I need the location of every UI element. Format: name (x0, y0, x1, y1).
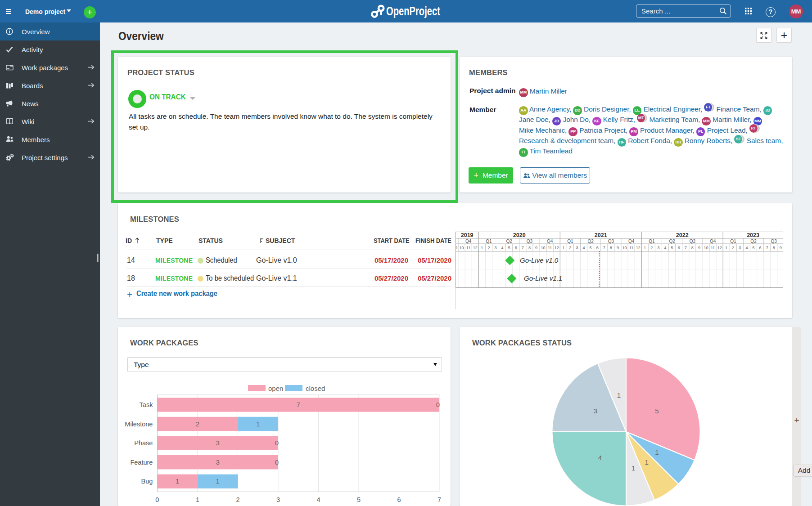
svg-text:8: 8 (528, 246, 531, 250)
svg-text:12: 12 (473, 246, 478, 250)
svg-text:1: 1 (256, 420, 260, 428)
svg-text:6: 6 (596, 246, 599, 250)
svg-text:Q4: Q4 (465, 239, 472, 244)
svg-text:Task: Task (140, 401, 153, 408)
svg-text:Q4: Q4 (628, 239, 635, 244)
svg-text:Q1: Q1 (567, 239, 573, 244)
svg-text:5: 5 (671, 246, 673, 250)
svg-text:Milestone: Milestone (125, 421, 153, 428)
svg-text:0: 0 (155, 496, 159, 503)
svg-text:Q3: Q3 (527, 239, 533, 244)
svg-text:0: 0 (436, 401, 440, 408)
svg-text:11: 11 (466, 246, 470, 250)
svg-text:1: 1 (645, 458, 649, 466)
svg-text:5: 5 (508, 246, 510, 250)
svg-text:10: 10 (541, 246, 546, 250)
svg-text:Go-Live v1.0: Go-Live v1.0 (520, 256, 559, 264)
svg-text:4: 4 (664, 246, 666, 250)
svg-text:1: 1 (632, 464, 635, 472)
svg-text:0: 0 (275, 458, 279, 466)
svg-text:3: 3 (216, 439, 220, 447)
svg-text:4: 4 (583, 246, 585, 250)
svg-text:2: 2 (569, 246, 571, 250)
svg-text:Q3: Q3 (608, 239, 614, 244)
svg-text:2023: 2023 (747, 232, 759, 238)
svg-text:Phase: Phase (134, 439, 153, 447)
svg-text:Q3: Q3 (690, 239, 696, 244)
svg-text:7: 7 (603, 246, 605, 250)
svg-text:6: 6 (397, 496, 401, 503)
svg-text:2019: 2019 (461, 232, 474, 238)
svg-text:Q2: Q2 (669, 239, 675, 244)
svg-text:2022: 2022 (676, 232, 689, 238)
svg-text:3: 3 (276, 496, 280, 503)
svg-text:3: 3 (216, 458, 220, 466)
svg-text:2021: 2021 (595, 232, 607, 238)
svg-text:9: 9 (535, 246, 537, 250)
svg-text:3: 3 (593, 407, 597, 415)
svg-text:5: 5 (590, 246, 592, 250)
svg-text:11: 11 (629, 246, 633, 250)
svg-text:Q1: Q1 (649, 239, 655, 244)
svg-text:2: 2 (650, 246, 653, 250)
svg-text:Q2: Q2 (506, 239, 512, 244)
svg-text:Feature: Feature (130, 459, 153, 466)
svg-text:10: 10 (460, 246, 464, 250)
svg-text:3: 3 (657, 246, 659, 250)
svg-text:4: 4 (501, 246, 504, 250)
svg-text:1: 1 (481, 246, 483, 250)
svg-text:Q3: Q3 (771, 239, 777, 244)
svg-text:12: 12 (717, 246, 722, 250)
svg-text:Q2: Q2 (587, 239, 594, 244)
svg-text:10: 10 (704, 246, 708, 250)
svg-text:9: 9 (617, 246, 619, 250)
svg-text:8: 8 (773, 246, 775, 250)
svg-text:0: 0 (275, 439, 279, 447)
svg-text:8: 8 (691, 246, 694, 250)
svg-text:1: 1 (216, 477, 220, 485)
svg-text:2020: 2020 (513, 232, 526, 238)
svg-text:1: 1 (644, 246, 646, 250)
svg-text:9: 9 (780, 246, 782, 250)
svg-text:1: 1 (562, 246, 564, 250)
svg-text:3: 3 (576, 246, 578, 250)
svg-text:1: 1 (176, 477, 179, 485)
svg-text:7: 7 (685, 246, 687, 250)
svg-text:Q4: Q4 (547, 239, 553, 244)
svg-text:11: 11 (548, 246, 552, 250)
svg-text:Q1: Q1 (486, 239, 492, 244)
svg-text:6: 6 (759, 246, 762, 250)
svg-text:6: 6 (515, 246, 517, 250)
svg-text:3: 3 (494, 246, 496, 250)
svg-text:8: 8 (610, 246, 612, 250)
svg-text:7: 7 (522, 246, 524, 250)
svg-text:5: 5 (357, 496, 361, 503)
svg-text:6: 6 (678, 246, 680, 250)
svg-text:5: 5 (655, 407, 659, 415)
svg-text:10: 10 (623, 246, 627, 250)
svg-text:9: 9 (698, 246, 700, 250)
svg-text:4: 4 (316, 496, 320, 503)
svg-text:Q4: Q4 (710, 239, 716, 244)
svg-text:12: 12 (555, 246, 559, 250)
svg-text:5: 5 (753, 246, 755, 250)
svg-text:11: 11 (711, 246, 715, 250)
svg-text:Bug: Bug (141, 478, 153, 485)
svg-text:1: 1 (617, 391, 621, 399)
svg-text:1: 1 (196, 496, 199, 503)
svg-text:12: 12 (636, 246, 641, 250)
svg-text:Go-Live v1.1: Go-Live v1.1 (524, 274, 562, 282)
svg-text:2: 2 (487, 246, 490, 250)
svg-text:1: 1 (655, 448, 659, 456)
svg-text:4: 4 (745, 246, 748, 250)
svg-text:Q2: Q2 (750, 239, 757, 244)
svg-text:7: 7 (297, 401, 300, 408)
svg-text:3: 3 (739, 246, 741, 250)
svg-text:2: 2 (196, 420, 199, 428)
svg-text:7: 7 (438, 496, 441, 503)
svg-text:2: 2 (236, 496, 239, 503)
svg-text:7: 7 (766, 246, 768, 250)
svg-text:Q1: Q1 (730, 239, 736, 244)
svg-text:4: 4 (598, 454, 602, 461)
svg-text:2: 2 (732, 246, 734, 250)
